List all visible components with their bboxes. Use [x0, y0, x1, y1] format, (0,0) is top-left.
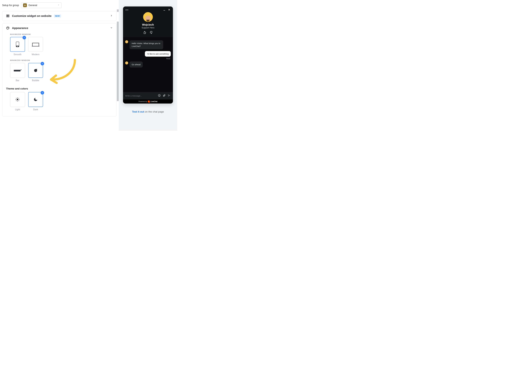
setup-label: Setup for group [2, 4, 19, 7]
option-light-label: Light [15, 108, 20, 111]
svg-line-17 [16, 98, 16, 98]
setup-row: Setup for group G General [2, 2, 117, 8]
agent-message: Hello Visitor. What brings you to LiveCh… [125, 40, 171, 49]
message-input[interactable] [125, 95, 156, 97]
svg-point-1 [7, 15, 8, 16]
agent-avatar-small [125, 40, 128, 43]
appearance-card: Appearance MAXIMIZED WINDOW Smooth Moder… [2, 23, 117, 117]
appearance-title: Appearance [12, 26, 28, 30]
agent-message: Go ahead [125, 61, 171, 68]
minimized-label: MINIMIZED WINDOW [10, 59, 113, 61]
svg-point-2 [7, 28, 7, 28]
attachment-icon[interactable] [163, 94, 166, 98]
minimized-options: Bar Bubble [10, 63, 113, 82]
check-icon [41, 91, 44, 94]
svg-point-4 [8, 28, 9, 28]
emoji-icon[interactable] [158, 94, 161, 98]
chevron-right-icon [110, 14, 113, 17]
palette-icon [6, 26, 9, 30]
svg-line-20 [19, 98, 19, 98]
appearance-header[interactable]: Appearance [6, 26, 113, 30]
option-smooth[interactable] [10, 37, 25, 52]
option-dark-label: Dark [33, 108, 38, 111]
option-light[interactable] [10, 92, 25, 107]
group-badge: G [23, 3, 27, 7]
customize-card[interactable]: Customize widget on website NEW! [2, 11, 117, 21]
svg-point-3 [8, 27, 8, 28]
visitor-message: I'd like to ask something [125, 51, 171, 57]
powered-by-brand: LiveChat [151, 101, 157, 103]
message-text: Hello Visitor. What brings you to LiveCh… [129, 40, 163, 49]
eye-box-icon [6, 14, 9, 18]
powered-by-text: Powered by [139, 101, 147, 103]
group-select[interactable]: G General [21, 2, 61, 8]
chevron-down-icon [110, 27, 113, 29]
test-rest-text: on the chat page [144, 110, 164, 113]
message-text: I'd like to ask something [145, 51, 171, 57]
widget-header: Wojciech Support Hero [123, 12, 173, 37]
preview-panel: ••• Wojciech Support Hero Hello Visitor.… [119, 0, 177, 131]
svg-rect-7 [17, 46, 18, 47]
maximized-label: MAXIMIZED WINDOW [10, 33, 113, 35]
svg-rect-8 [14, 70, 20, 71]
check-icon [23, 36, 26, 39]
option-smooth-label: Smooth [14, 53, 22, 56]
scrollbar[interactable] [117, 9, 119, 131]
svg-point-12 [17, 99, 18, 100]
option-dark[interactable] [28, 92, 43, 107]
svg-point-9 [21, 70, 21, 70]
svg-point-25 [159, 95, 159, 95]
thumbs-down-icon[interactable] [150, 31, 153, 35]
close-icon[interactable] [168, 8, 170, 12]
message-text: Go ahead [129, 61, 143, 68]
agent-avatar [143, 12, 153, 22]
settings-panel: Setup for group G General Customize widg… [0, 0, 119, 131]
theme-title: Theme and colors [6, 87, 113, 90]
widget-input-bar [123, 92, 173, 99]
minimize-icon[interactable] [163, 8, 166, 12]
agent-role: Support Hero [141, 27, 154, 29]
option-modern-label: Modern [32, 53, 39, 56]
caret-down-icon [58, 4, 60, 6]
agent-avatar-small [125, 61, 128, 65]
chat-widget-preview: ••• Wojciech Support Hero Hello Visitor.… [123, 6, 173, 103]
option-bar[interactable] [10, 63, 25, 78]
thumbs-up-icon[interactable] [143, 31, 146, 35]
svg-point-11 [36, 69, 37, 70]
send-icon[interactable] [168, 94, 171, 98]
theme-options: Light Dark [10, 92, 113, 111]
customize-title: Customize widget on website [12, 14, 52, 18]
svg-line-19 [16, 101, 16, 101]
widget-body: Hello Visitor. What brings you to LiveCh… [123, 37, 173, 92]
test-it-out-link[interactable]: Test it out [132, 110, 144, 113]
test-line: Test it out on the chat page [132, 110, 164, 113]
livechat-logo-icon [148, 101, 150, 103]
option-bubble[interactable] [28, 63, 43, 78]
svg-point-26 [160, 95, 160, 95]
option-bar-label: Bar [16, 79, 19, 82]
new-badge: NEW! [54, 14, 61, 18]
more-icon[interactable]: ••• [125, 9, 128, 11]
read-status: Read [125, 58, 171, 60]
maximized-options: Smooth Modern [10, 37, 113, 56]
widget-footer: Powered by LiveChat [123, 99, 173, 103]
svg-point-24 [158, 94, 160, 97]
svg-line-18 [19, 101, 19, 101]
group-name: General [28, 4, 37, 7]
svg-rect-6 [16, 42, 19, 46]
option-modern[interactable] [28, 37, 43, 52]
agent-name: Wojciech [142, 23, 154, 26]
check-icon [41, 62, 44, 65]
option-bubble-label: Bubble [32, 79, 39, 82]
